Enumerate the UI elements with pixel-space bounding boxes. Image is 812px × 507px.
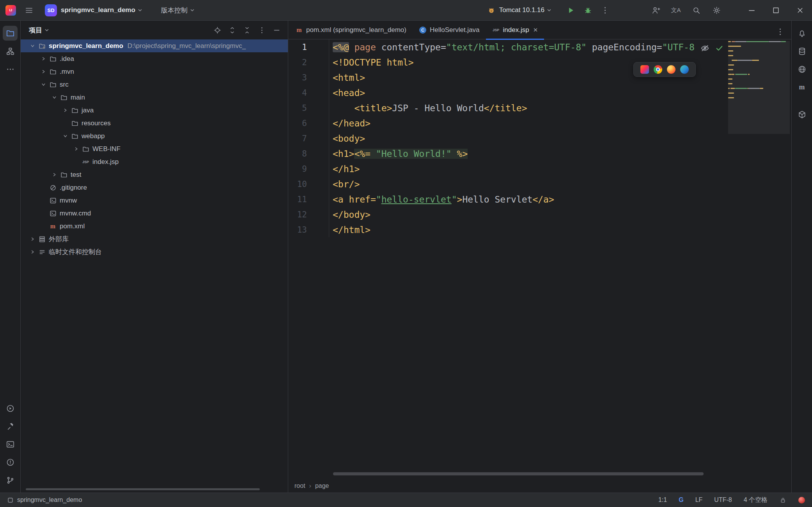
hide-inspections-icon[interactable]	[700, 43, 710, 53]
debug-button[interactable]	[580, 3, 595, 18]
line-number[interactable]: 5	[288, 100, 329, 116]
line-number[interactable]: 1	[288, 39, 329, 55]
main-menu-icon[interactable]	[21, 3, 36, 18]
g-badge-icon[interactable]: G	[679, 496, 683, 503]
status-project-widget[interactable]: springmvc_learn_demo	[7, 496, 82, 503]
tree-item-item[interactable]: 外部库	[21, 233, 288, 245]
more-h-icon[interactable]	[3, 62, 18, 76]
code-line-9[interactable]: 9</h1>	[288, 161, 791, 176]
project-name-widget[interactable]: springmvc_learn_demo	[61, 6, 135, 14]
chevron-down-icon[interactable]	[50, 93, 59, 101]
line-separator[interactable]: LF	[695, 496, 703, 503]
database-icon[interactable]	[794, 44, 809, 59]
caret-position[interactable]: 1:1	[658, 496, 667, 503]
tree-item-java[interactable]: java	[21, 104, 288, 117]
edge-icon[interactable]	[678, 65, 691, 74]
line-number[interactable]: 8	[288, 146, 329, 161]
run-button[interactable]	[563, 3, 578, 18]
terminal-icon[interactable]	[3, 437, 18, 452]
tree-item-web-inf[interactable]: WEB-INF	[21, 142, 288, 155]
line-number[interactable]: 6	[288, 116, 329, 131]
code-line-10[interactable]: 10<br/>	[288, 176, 791, 192]
line-number[interactable]: 13	[288, 222, 329, 237]
problems-icon[interactable]	[3, 455, 18, 470]
line-number[interactable]: 9	[288, 161, 329, 176]
code-line-5[interactable]: 5 <title>JSP - Hello World</title>	[288, 100, 791, 116]
project-panel-title[interactable]: 项目	[29, 26, 42, 35]
translate-icon[interactable]: 文A	[668, 3, 683, 18]
tree-item-mvnw[interactable]: mvnw	[21, 194, 288, 207]
tree-item-main[interactable]: main	[21, 91, 288, 104]
editor-minimap[interactable]	[728, 41, 790, 146]
web-icon[interactable]	[794, 62, 809, 76]
editor-hscrollbar[interactable]	[333, 472, 704, 475]
chevron-down-icon[interactable]	[61, 132, 69, 140]
locate-icon[interactable]	[211, 23, 224, 37]
tree-item-resources[interactable]: resources	[21, 117, 288, 130]
code-line-6[interactable]: 6</head>	[288, 116, 791, 131]
maven-tool-icon[interactable]: m	[794, 80, 809, 94]
close-tab-icon[interactable]: ✕	[533, 27, 538, 33]
code-line-13[interactable]: 13</html>	[288, 222, 791, 237]
code-line-7[interactable]: 7<body>	[288, 131, 791, 146]
chevron-down-icon[interactable]	[39, 80, 48, 89]
tree-item-gitignore[interactable]: .gitignore	[21, 181, 288, 194]
code-line-3[interactable]: 3<html>	[288, 70, 791, 85]
tab-helloservlet-java[interactable]: CHelloServlet.java	[413, 21, 486, 39]
code-line-8[interactable]: 8<h1><%= "Hello World!" %>	[288, 146, 791, 161]
file-encoding[interactable]: UTF-8	[714, 496, 732, 503]
line-number[interactable]: 2	[288, 55, 329, 70]
project-icon[interactable]	[3, 26, 18, 41]
line-number[interactable]: 4	[288, 85, 329, 100]
chevron-right-icon[interactable]	[28, 235, 37, 243]
idea-preview-icon[interactable]	[638, 65, 651, 74]
tab-options-icon[interactable]	[773, 24, 787, 39]
tab-index-jsp[interactable]: JSPindex.jsp✕	[486, 21, 544, 39]
services-icon[interactable]	[3, 401, 18, 416]
vcs-widget[interactable]: 版本控制	[161, 6, 195, 15]
chevron-right-icon[interactable]	[61, 106, 69, 114]
chevron-right-icon[interactable]	[39, 55, 48, 63]
tree-item-webapp[interactable]: webapp	[21, 130, 288, 142]
ide-error-icon[interactable]	[798, 497, 805, 503]
project-tree-hscrollbar[interactable]	[26, 488, 260, 490]
line-number[interactable]: 7	[288, 131, 329, 146]
code-line-12[interactable]: 12</body>	[288, 207, 791, 222]
minimize-button[interactable]	[739, 0, 764, 21]
line-number[interactable]: 12	[288, 207, 329, 222]
line-number[interactable]: 10	[288, 176, 329, 192]
tab-pom-xml-springmvc-learn-demo[interactable]: mpom.xml (springmvc_learn_demo)	[289, 21, 413, 39]
code-editor[interactable]: 1<%@ page contentType="text/html; charse…	[288, 39, 791, 479]
maximize-button[interactable]	[764, 0, 788, 21]
add-user-icon[interactable]	[648, 3, 663, 18]
line-number[interactable]: 3	[288, 70, 329, 85]
no-problems-check-icon[interactable]	[714, 43, 724, 53]
code-line-11[interactable]: 11<a href="hello-servlet">Hello Servlet<…	[288, 192, 791, 207]
breadcrumb-page[interactable]: page	[315, 482, 329, 489]
tree-item-springmvc-learn-demo[interactable]: springmvc_learn_demoD:\project\spring_mv…	[21, 39, 288, 52]
code-line-4[interactable]: 4<head>	[288, 85, 791, 100]
code-line-2[interactable]: 2<!DOCTYPE html>	[288, 55, 791, 70]
tree-item-src[interactable]: src	[21, 78, 288, 91]
tree-item-index-jsp[interactable]: JSPindex.jsp	[21, 155, 288, 168]
collapse-all-icon[interactable]	[240, 23, 254, 37]
kebab-icon[interactable]	[255, 23, 268, 37]
chrome-icon[interactable]	[651, 65, 665, 74]
firefox-icon[interactable]	[665, 65, 678, 74]
line-number[interactable]: 11	[288, 192, 329, 207]
chevron-down-icon[interactable]	[28, 42, 37, 50]
version-control-icon[interactable]	[3, 473, 18, 487]
tree-item-test[interactable]: test	[21, 168, 288, 181]
tree-item-mvnw-cmd[interactable]: mvnw.cmd	[21, 207, 288, 220]
chevron-right-icon[interactable]	[50, 171, 59, 179]
project-avatar[interactable]: SD	[45, 4, 57, 16]
tree-item-item[interactable]: 临时文件和控制台	[21, 245, 288, 258]
lock-icon[interactable]	[779, 496, 787, 504]
tree-item-mvn[interactable]: .mvn	[21, 65, 288, 78]
expand-all-icon[interactable]	[225, 23, 239, 37]
tree-item-idea[interactable]: .idea	[21, 52, 288, 65]
notifications-icon[interactable]	[794, 26, 809, 41]
build-icon[interactable]	[3, 419, 18, 434]
settings-icon[interactable]	[709, 3, 724, 18]
chevron-right-icon[interactable]	[72, 145, 80, 153]
